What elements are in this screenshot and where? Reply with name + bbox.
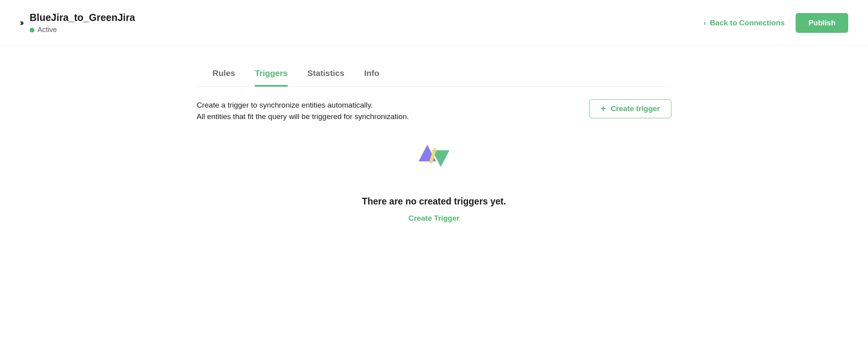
description-text: Create a trigger to synchronize entities… [197, 99, 409, 123]
description-row: Create a trigger to synchronize entities… [197, 87, 671, 123]
create-trigger-label: Create trigger [610, 104, 660, 113]
back-to-connections-link[interactable]: ‹ Back to Connections [703, 19, 785, 27]
back-link-label: Back to Connections [710, 19, 785, 27]
page-header: ›› BlueJira_to_GreenJira Active ‹ Back t… [0, 0, 868, 45]
tab-rules[interactable]: Rules [212, 65, 235, 87]
empty-state: There are no created triggers yet. Creat… [197, 123, 671, 223]
status-row: Active [30, 26, 135, 34]
tabs: Rules Triggers Statistics Info [197, 65, 671, 87]
publish-button[interactable]: Publish [796, 13, 848, 33]
header-left: ›› BlueJira_to_GreenJira Active [20, 12, 135, 34]
content-area: Rules Triggers Statistics Info Create a … [153, 45, 715, 223]
empty-state-title: There are no created triggers yet. [362, 196, 506, 207]
status-label: Active [38, 26, 57, 34]
chevron-left-icon: ‹ [703, 19, 706, 27]
description-line-1: Create a trigger to synchronize entities… [197, 99, 409, 111]
description-line-2: All entities that fit the query will be … [197, 111, 409, 122]
header-right: ‹ Back to Connections Publish [703, 13, 848, 33]
tab-info[interactable]: Info [364, 65, 379, 87]
expand-sidebar-icon[interactable]: ›› [20, 18, 23, 28]
tab-statistics[interactable]: Statistics [307, 65, 344, 87]
page-title: BlueJira_to_GreenJira [30, 12, 135, 23]
create-trigger-button[interactable]: + Create trigger [589, 99, 671, 118]
empty-state-create-link[interactable]: Create Trigger [409, 214, 460, 223]
empty-state-illustration-icon [416, 142, 452, 170]
plus-icon: + [601, 104, 606, 113]
title-block: BlueJira_to_GreenJira Active [30, 12, 135, 34]
status-dot-icon [30, 28, 34, 32]
tab-triggers[interactable]: Triggers [255, 65, 288, 87]
